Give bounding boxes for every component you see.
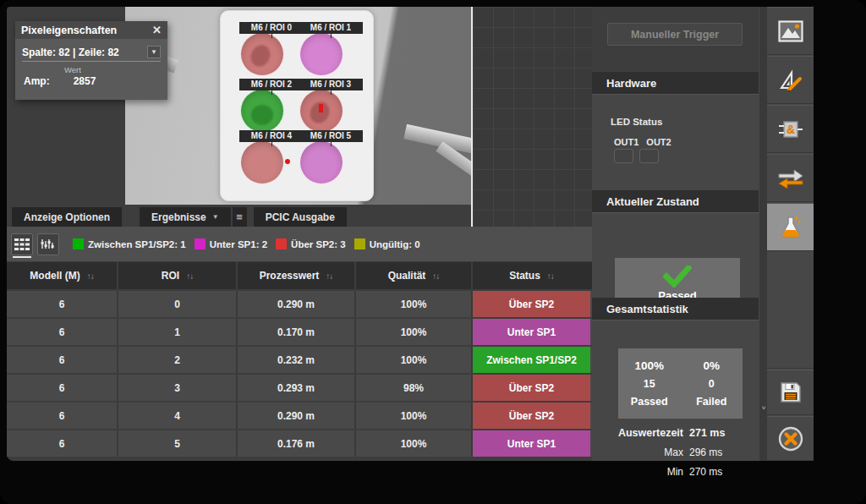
cell-status: Über SP2 [473, 291, 590, 317]
cell-roi: 4 [118, 403, 238, 429]
dropdown-icon[interactable]: ▼ [147, 46, 161, 58]
manual-trigger-button[interactable]: Manueller Trigger [607, 23, 743, 46]
cell-model: 6 [7, 347, 118, 373]
application-window: M6 / ROI 0 M6 / ROI 1 M6 / ROI 2 M6 / RO… [0, 0, 866, 504]
out1-led-indicator [614, 149, 633, 163]
chart-view-button[interactable] [37, 233, 59, 255]
passed-label: Passed [631, 396, 668, 408]
sort-icon[interactable]: ↑↓ [87, 271, 94, 281]
toolbar-logic-button[interactable]: & [767, 105, 814, 153]
cell-roi: 0 [118, 291, 238, 317]
close-icon [777, 425, 804, 452]
roi-label-0: M6 / ROI 0 [239, 22, 304, 34]
legend-swatch-red [276, 238, 287, 249]
roi-circle-0[interactable] [240, 32, 284, 76]
toolbar-model-editor-button[interactable] [767, 56, 814, 104]
table-row[interactable]: 6 2 0.232 m 100% Zwischen SP1/SP2 [7, 347, 592, 373]
checkmark-icon [663, 266, 692, 288]
chevron-down-icon: ▼ [212, 213, 219, 221]
roi-circle-5[interactable] [299, 140, 343, 184]
table-row[interactable]: 6 5 0.176 m 100% Unter SP1 [7, 430, 592, 457]
cell-value: 0.176 m [238, 430, 356, 457]
amp-value: 2857 [74, 75, 96, 87]
table-view-icon [14, 238, 30, 250]
table-row[interactable]: 6 1 0.170 m 100% Unter SP1 [7, 319, 592, 345]
cell-status: Zwischen SP1/SP2 [473, 347, 590, 373]
sort-icon[interactable]: ↑↓ [326, 271, 332, 281]
toolbar-test-button[interactable] [767, 203, 814, 251]
test-flask-icon [778, 215, 803, 240]
column-header-modell[interactable]: Modell (M)↑↓ [7, 262, 118, 289]
failed-label: Failed [696, 396, 726, 408]
column-header-qualitaet[interactable]: Qualität↑↓ [356, 262, 473, 289]
sort-icon[interactable]: ↑↓ [186, 271, 193, 281]
sort-icon[interactable]: ↑↓ [547, 271, 554, 281]
logic-gate-icon: & [778, 118, 803, 141]
cell-model: 6 [7, 319, 118, 345]
current-state-section-header: Aktueller Zustand [592, 190, 759, 213]
main-toolbar: & [767, 7, 814, 461]
cell-model: 6 [7, 430, 118, 457]
tab-anzeige-optionen[interactable]: Anzeige Optionen [12, 207, 122, 227]
roi-circle-1[interactable] [299, 32, 343, 76]
cell-status: Über SP2 [473, 375, 590, 401]
legend-label: Zwischen SP1/SP2: 1 [88, 239, 186, 249]
tab-pcic-ausgabe[interactable]: PCIC Ausgabe [254, 207, 347, 227]
table-row[interactable]: 6 3 0.293 m 98% Über SP2 [7, 375, 592, 401]
cell-quality: 100% [356, 430, 473, 457]
current-state-section: Passed [592, 213, 759, 298]
toolbar-close-button[interactable] [767, 416, 814, 461]
cell-value: 0.293 m [238, 375, 356, 401]
cell-quality: 100% [356, 403, 473, 429]
table-view-button[interactable] [11, 233, 33, 255]
close-icon[interactable]: ✕ [152, 24, 162, 36]
image-viewer-icon [778, 20, 803, 42]
legend-label: Über SP2: 3 [291, 239, 346, 249]
panel-scrollbar[interactable]: ˅ [759, 7, 767, 461]
roi-circle-2[interactable] [240, 89, 284, 133]
cell-quality: 100% [356, 319, 473, 345]
toolbar-save-button[interactable] [767, 370, 814, 415]
cell-roi: 2 [118, 347, 238, 373]
toolbar-spacer [767, 252, 814, 369]
eval-time-label: Auswertezeit [597, 427, 683, 439]
tab-menu-button[interactable]: ≡ [233, 207, 247, 227]
toolbar-interface-button[interactable] [767, 154, 814, 202]
pixel-properties-panel: Pixeleigenschaften ✕ Spalte: 82 | Zeile:… [15, 21, 167, 100]
cell-model: 6 [7, 375, 118, 401]
min-time-label: Min [597, 466, 683, 478]
column-header-prozesswert[interactable]: Prozesswert↑↓ [238, 262, 356, 289]
table-row[interactable]: 6 0 0.290 m 100% Über SP2 [7, 291, 592, 317]
cell-status: Über SP2 [473, 403, 590, 429]
legend-swatch-green [73, 238, 84, 249]
tab-ergebnisse[interactable]: Ergebnisse ▼ [140, 207, 231, 227]
interface-arrows-icon [777, 167, 804, 189]
machine-arm [403, 124, 471, 158]
led-status-label: LED Status [611, 117, 662, 127]
passed-count: 15 [644, 378, 655, 390]
pixel-marker [285, 159, 290, 164]
min-time-value: 270 ms [689, 466, 722, 478]
column-header-status[interactable]: Status↑↓ [473, 262, 590, 289]
cell-value: 0.290 m [238, 403, 356, 429]
sort-icon[interactable]: ↑↓ [432, 271, 439, 281]
toolbar-image-viewer-button[interactable] [767, 7, 814, 55]
tab-label: Anzeige Optionen [24, 211, 110, 223]
app-surface: M6 / ROI 0 M6 / ROI 1 M6 / ROI 2 M6 / RO… [7, 7, 814, 461]
column-header-roi[interactable]: ROI↑↓ [118, 262, 238, 289]
cell-value: 0.290 m [238, 291, 356, 317]
camera-image[interactable]: M6 / ROI 0 M6 / ROI 1 M6 / ROI 2 M6 / RO… [125, 7, 471, 205]
roi-label-3: M6 / ROI 3 [299, 79, 363, 90]
evaluation-times: Auswertezeit 271 ms Max 296 ms Min 270 m… [597, 427, 749, 478]
statistics-section: 100% 15 Passed 0% 0 Failed Auswertezeit … [592, 320, 759, 461]
save-icon [779, 381, 803, 404]
cell-status: Unter SP1 [473, 319, 590, 345]
roi-circle-4[interactable] [240, 140, 284, 184]
pixel-properties-title: Pixeleigenschaften [21, 25, 117, 36]
table-header: Modell (M)↑↓ ROI↑↓ Prozesswert↑↓ Qualitä… [7, 262, 592, 289]
legend-item: Über SP2: 3 [276, 238, 346, 249]
status-panel: Manueller Trigger Hardware LED Status OU… [592, 7, 759, 461]
grid-background [471, 7, 592, 230]
table-row[interactable]: 6 4 0.290 m 100% Über SP2 [7, 403, 592, 429]
tab-label: Ergebnisse [151, 211, 206, 223]
